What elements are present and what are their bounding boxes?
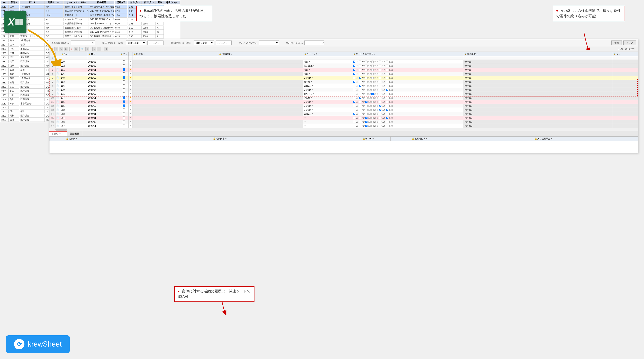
cat-checkbox-sus[interactable] bbox=[379, 105, 381, 107]
cat-checkbox-sus[interactable] bbox=[379, 113, 381, 115]
cell-lead-source[interactable]: 紹介 ▼ bbox=[303, 68, 352, 72]
lead-dropdown-arrow[interactable]: ▼ bbox=[308, 73, 310, 75]
cat-checkbox-監視[interactable] bbox=[386, 85, 388, 87]
table-row[interactable]: 16📄2162023/08★ ▼ CCHDMALCMSUS監視その他... bbox=[50, 120, 638, 124]
cat-checkbox-監視[interactable] bbox=[386, 101, 388, 103]
cell-lead-source[interactable]: Web/… ▼ bbox=[303, 84, 352, 88]
table-row[interactable]: 12📄1952023/12★ Growth ▼ CCHDMALCMSUS監視その… bbox=[50, 104, 638, 108]
cell-lead-source[interactable]: Growth ▼ bbox=[303, 76, 352, 80]
table-row[interactable]: 10📄1772023/11★ その他 ▼ CCHDMALCMSUS監視その他..… bbox=[50, 96, 638, 100]
cat-checkbox-cc[interactable] bbox=[353, 81, 355, 83]
cat-checkbox-監視[interactable] bbox=[386, 89, 388, 91]
filter-next-plan[interactable]: ▼ bbox=[551, 138, 553, 140]
cell-service-category[interactable]: CCHDMALCMSUS監視 bbox=[352, 68, 463, 72]
cat-checkbox-lcm[interactable] bbox=[371, 89, 374, 91]
cat-checkbox-lcm[interactable] bbox=[371, 85, 374, 87]
cat-checkbox-sus[interactable] bbox=[379, 89, 381, 91]
filter-summary[interactable]: ▼ bbox=[476, 53, 478, 55]
cat-checkbox-sus[interactable] bbox=[379, 81, 381, 83]
cat-checkbox-sus[interactable] bbox=[379, 125, 381, 127]
cat-checkbox-hd[interactable] bbox=[359, 97, 361, 99]
table-row[interactable]: 4📄1362023/02★ 紹介 ▼ CCHDMALCMSUS監視その他... bbox=[50, 72, 638, 76]
cell-service-category[interactable]: CCHDMALCMSUS監視 bbox=[352, 96, 463, 100]
table-row[interactable]: 9📄1712023/10★ 頑成（… ▼ CCHDMALCMSUS監視その他..… bbox=[50, 92, 638, 96]
cat-checkbox-sus[interactable] bbox=[379, 117, 381, 119]
cat-checkbox-hd[interactable] bbox=[359, 109, 361, 111]
cat-checkbox-lcm[interactable] bbox=[371, 105, 374, 107]
cat-checkbox-監視[interactable] bbox=[386, 81, 388, 83]
filter-cat[interactable]: ▼ bbox=[374, 53, 376, 55]
search-select-rank[interactable] bbox=[259, 41, 279, 45]
filter-oi[interactable]: ▼ bbox=[96, 53, 98, 55]
tab-activity-history[interactable]: 活動履歴 bbox=[67, 131, 82, 136]
cat-checkbox-ma[interactable] bbox=[365, 109, 368, 111]
cat-checkbox-lcm[interactable] bbox=[371, 93, 374, 95]
flag-checkbox[interactable] bbox=[123, 85, 125, 87]
table-row[interactable]: 14📄2132024/01★ Web/… ▼ CCHDMALCMSUS監視その他… bbox=[50, 112, 638, 116]
cat-checkbox-監視[interactable] bbox=[386, 109, 388, 111]
cat-checkbox-監視[interactable] bbox=[386, 97, 388, 99]
flag-checkbox[interactable] bbox=[123, 105, 125, 107]
cell-flag[interactable] bbox=[119, 96, 129, 100]
delete-icon[interactable]: 🗑 bbox=[64, 47, 68, 51]
cat-checkbox-監視[interactable] bbox=[386, 73, 388, 75]
clear-button[interactable]: クリア bbox=[623, 41, 636, 45]
cell-lead-source[interactable]: 個人施策 ▼ bbox=[303, 64, 352, 68]
cell-star[interactable]: ★ bbox=[128, 88, 132, 92]
search-select-staff[interactable] bbox=[71, 41, 95, 45]
table-row[interactable]: 6📄1532023/07★ 展示会 ▼ CCHDMALCMSUS監視その他... bbox=[50, 80, 638, 84]
filter-rank[interactable]: ▼ bbox=[372, 138, 374, 140]
cell-star[interactable]: ★ bbox=[128, 72, 132, 76]
cat-checkbox-sus[interactable] bbox=[379, 69, 381, 71]
cell-service-category[interactable]: CCHDMALCMSUS監視 bbox=[352, 124, 463, 128]
cell-flag[interactable] bbox=[119, 80, 129, 84]
cat-checkbox-hd[interactable] bbox=[359, 121, 361, 123]
cat-checkbox-ma[interactable] bbox=[365, 125, 368, 127]
cat-checkbox-hd[interactable] bbox=[359, 61, 361, 63]
cat-checkbox-cc[interactable] bbox=[353, 77, 355, 79]
cell-service-category[interactable]: CCHDMALCMSUS監視 bbox=[352, 104, 463, 108]
cell-service-category[interactable]: CCHDMALCMSUS監視 bbox=[352, 84, 463, 88]
cat-checkbox-ma[interactable] bbox=[365, 81, 368, 83]
cat-checkbox-lcm[interactable] bbox=[371, 101, 374, 103]
lead-dropdown-arrow[interactable]: ▼ bbox=[312, 89, 313, 91]
cat-checkbox-監視[interactable] bbox=[386, 125, 388, 127]
cat-checkbox-ma[interactable] bbox=[365, 69, 368, 71]
cat-checkbox-hd[interactable] bbox=[359, 113, 361, 115]
cat-checkbox-cc[interactable] bbox=[353, 69, 355, 71]
cat-checkbox-hd[interactable] bbox=[359, 89, 361, 91]
cell-star[interactable]: ★ bbox=[128, 96, 132, 100]
lead-dropdown-arrow[interactable]: ▼ bbox=[313, 65, 314, 67]
cell-lead-source[interactable]: Growth ▼ bbox=[303, 88, 352, 92]
lead-dropdown-arrow[interactable]: ▼ bbox=[312, 77, 313, 79]
scrollbar-thumb[interactable] bbox=[55, 129, 67, 131]
flag-checkbox[interactable] bbox=[123, 93, 125, 95]
flag-checkbox[interactable] bbox=[123, 72, 125, 75]
cat-checkbox-sus[interactable] bbox=[379, 65, 381, 67]
filter-customer[interactable]: ▼ bbox=[143, 53, 145, 55]
cat-checkbox-lcm[interactable] bbox=[371, 125, 374, 127]
cat-checkbox-cc[interactable] bbox=[353, 117, 355, 119]
cell-flag[interactable] bbox=[119, 92, 129, 96]
cell-flag[interactable] bbox=[119, 124, 129, 128]
cat-checkbox-ma[interactable] bbox=[365, 85, 368, 87]
cell-lead-source[interactable]: 紹介 ▼ bbox=[303, 60, 352, 64]
cat-checkbox-sus[interactable] bbox=[379, 77, 381, 79]
table-row[interactable]: 1📄0192023/03★ 紹介 ▼ CCHDMALCMSUS監視その他... bbox=[50, 60, 638, 64]
cat-checkbox-cc[interactable] bbox=[353, 97, 355, 99]
cat-checkbox-ma[interactable] bbox=[365, 121, 368, 123]
cell-service-category[interactable]: CCHDMALCMSUS監視 bbox=[352, 60, 463, 64]
cat-checkbox-監視[interactable] bbox=[386, 65, 388, 67]
cat-checkbox-hd[interactable] bbox=[359, 105, 361, 107]
table-row[interactable]: 3📄1012024/01★ 紹介 ▼ CCHDMALCMSUS監視その他... bbox=[50, 68, 638, 72]
cell-lead-source[interactable]: Growth ▼ bbox=[303, 100, 352, 104]
cat-checkbox-sus[interactable] bbox=[379, 93, 381, 95]
cat-checkbox-cc[interactable] bbox=[353, 113, 355, 115]
cell-flag[interactable] bbox=[119, 76, 129, 80]
filter-next-date[interactable]: ▼ bbox=[426, 138, 428, 140]
cell-star[interactable]: ★ bbox=[128, 84, 132, 88]
table-row[interactable]: 13📄2122024/01★ Growth ▼ CCHDMALCMSUS監視その… bbox=[50, 108, 638, 112]
cell-star[interactable]: ★ bbox=[128, 120, 132, 124]
cat-checkbox-監視[interactable] bbox=[386, 61, 388, 63]
filter-sell[interactable]: ▼ bbox=[619, 53, 620, 55]
